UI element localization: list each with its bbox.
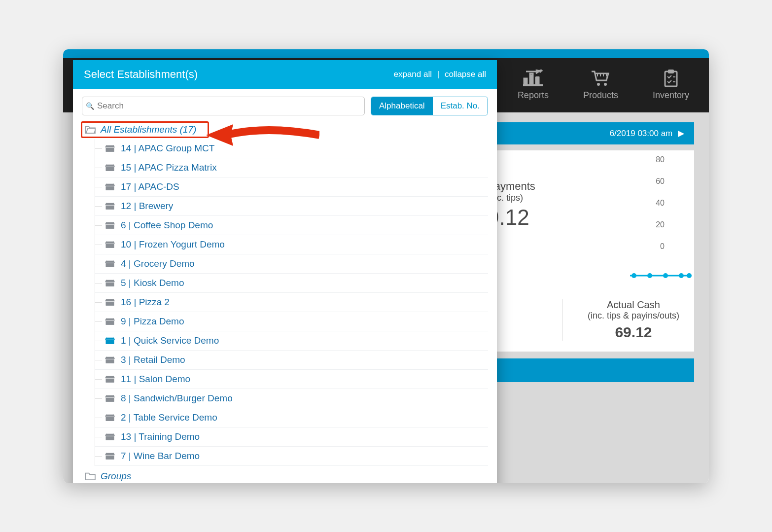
establishment-item[interactable]: 4 | Grocery Demo: [95, 254, 488, 274]
svg-rect-30: [106, 455, 114, 459]
establishment-item[interactable]: 11 | Salon Demo: [95, 370, 488, 389]
establishment-label: 9 | Pizza Demo: [121, 316, 184, 327]
svg-point-5: [604, 83, 607, 86]
establishment-label: 3 | Retail Demo: [121, 355, 185, 365]
establishment-item[interactable]: 3 | Retail Demo: [95, 351, 488, 370]
svg-rect-0: [523, 84, 543, 86]
store-icon: [105, 317, 115, 326]
svg-point-11: [663, 273, 668, 278]
establishment-item[interactable]: 15 | APAC Pizza Matrix: [95, 158, 488, 177]
establishment-item[interactable]: 1 | Quick Service Demo: [95, 331, 488, 351]
establishment-label: 7 | Wine Bar Demo: [121, 451, 200, 461]
establishment-label: 11 | Salon Demo: [121, 374, 190, 385]
svg-point-4: [597, 83, 600, 86]
expand-all-link[interactable]: expand all: [393, 70, 432, 79]
svg-rect-16: [106, 186, 114, 190]
cart-icon: [591, 70, 610, 87]
groups-node[interactable]: Groups: [83, 466, 488, 483]
store-icon: [105, 336, 115, 345]
chevron-right-icon: ▶: [678, 129, 684, 138]
date-range-text: 6/2019 03:00 am: [610, 129, 673, 138]
store-icon: [105, 144, 115, 153]
nav-inventory-label: Inventory: [653, 90, 689, 101]
establishment-item[interactable]: 8 | Sandwich/Burger Demo: [95, 389, 488, 408]
establishment-item[interactable]: 6 | Coffee Shop Demo: [95, 216, 488, 235]
svg-point-13: [687, 273, 692, 278]
nav-products[interactable]: Products: [583, 70, 618, 101]
search-wrap: 🔍: [82, 97, 365, 115]
nav-reports-label: Reports: [518, 90, 549, 101]
establishment-label: 10 | Frozen Yogurt Demo: [121, 239, 225, 250]
svg-rect-7: [668, 70, 674, 73]
establishment-label: 6 | Coffee Shop Demo: [121, 220, 213, 231]
chart-y-axis: 80 60 40 20 0: [656, 155, 665, 251]
store-icon: [105, 452, 115, 461]
establishment-item[interactable]: 2 | Table Service Demo: [95, 408, 488, 427]
establishment-item[interactable]: 13 | Training Demo: [95, 427, 488, 447]
establishment-item[interactable]: 10 | Frozen Yogurt Demo: [95, 235, 488, 254]
establishment-tree: All Establishments (17) 14 | APAC Group …: [73, 120, 497, 483]
store-icon: [105, 375, 115, 384]
establishment-item[interactable]: 7 | Wine Bar Demo: [95, 447, 488, 466]
svg-rect-18: [106, 224, 114, 228]
svg-rect-17: [106, 205, 114, 209]
search-input[interactable]: [82, 97, 365, 115]
establishment-label: 15 | APAC Pizza Matrix: [121, 162, 217, 173]
svg-rect-25: [106, 359, 114, 363]
establishment-item[interactable]: 17 | APAC-DS: [95, 177, 488, 197]
sort-alphabetical-button[interactable]: Alphabetical: [371, 97, 433, 115]
store-icon: [105, 298, 115, 307]
ytick: 80: [656, 155, 665, 164]
sort-estab-no-button[interactable]: Estab. No.: [433, 97, 488, 115]
store-icon: [105, 279, 115, 287]
svg-rect-23: [106, 320, 114, 324]
ytick: 60: [656, 177, 665, 186]
svg-point-12: [679, 273, 684, 278]
selector-toolbar: 🔍 Alphabetical Estab. No.: [73, 89, 497, 120]
svg-rect-26: [106, 378, 114, 382]
establishment-label: 4 | Grocery Demo: [121, 258, 195, 269]
establishment-item[interactable]: 9 | Pizza Demo: [95, 312, 488, 331]
store-icon: [105, 240, 115, 249]
store-icon: [105, 432, 115, 441]
establishment-item[interactable]: 12 | Brewery: [95, 197, 488, 216]
nav-reports[interactable]: Reports: [518, 70, 549, 101]
svg-rect-19: [106, 244, 114, 248]
store-icon: [105, 394, 115, 403]
cash-sub: (inc. tips & payins/outs): [588, 311, 679, 321]
establishment-list: 14 | APAC Group MCT15 | APAC Pizza Matri…: [95, 139, 488, 466]
svg-rect-6: [665, 71, 677, 86]
groups-label: Groups: [101, 471, 131, 482]
separator: |: [437, 70, 439, 79]
selector-title: Select Establishment(s): [84, 68, 198, 81]
store-icon: [105, 259, 115, 268]
folder-open-icon: [85, 125, 96, 134]
store-icon: [105, 413, 115, 422]
cash-label: Actual Cash: [588, 299, 679, 311]
establishment-label: 14 | APAC Group MCT: [121, 143, 214, 154]
svg-rect-22: [106, 301, 114, 305]
svg-marker-31: [206, 124, 233, 146]
ytick: 20: [656, 220, 665, 229]
svg-rect-29: [106, 436, 114, 440]
establishment-label: 16 | Pizza 2: [121, 297, 170, 308]
svg-rect-28: [106, 417, 114, 421]
collapse-all-link[interactable]: collapse all: [445, 70, 486, 79]
establishment-item[interactable]: 5 | Kiosk Demo: [95, 274, 488, 293]
all-establishments-label: All Establishments (17): [101, 124, 196, 135]
establishment-label: 12 | Brewery: [121, 201, 173, 212]
svg-rect-27: [106, 397, 114, 401]
folder-icon: [85, 472, 96, 481]
establishment-label: 5 | Kiosk Demo: [121, 278, 184, 288]
arrow-annotation: [206, 120, 319, 150]
store-icon: [105, 221, 115, 230]
store-icon: [105, 163, 115, 172]
nav-inventory[interactable]: Inventory: [653, 70, 689, 101]
svg-rect-2: [530, 74, 533, 84]
svg-rect-14: [106, 147, 114, 151]
nav-products-label: Products: [583, 90, 618, 101]
establishment-item[interactable]: 16 | Pizza 2: [95, 293, 488, 312]
sort-toggle: Alphabetical Estab. No.: [371, 97, 488, 115]
store-icon: [105, 202, 115, 211]
svg-rect-24: [106, 340, 114, 344]
